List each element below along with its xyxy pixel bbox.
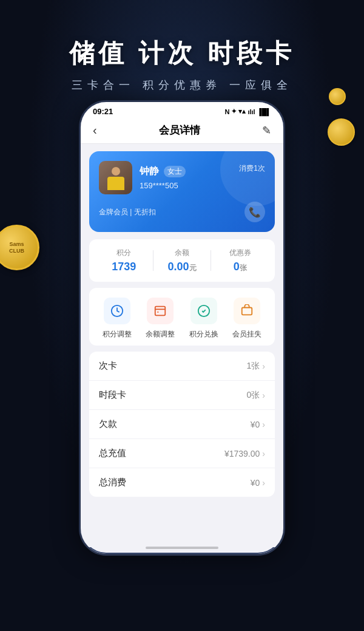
- member-level: 金牌会员 | 无折扣: [99, 207, 156, 217]
- status-bar: 09:21 N ✦ ▾▴ ılıl ▐█▌: [81, 102, 283, 118]
- back-button[interactable]: ‹: [93, 123, 97, 137]
- list-item-shiduan-label: 时段卡: [99, 389, 126, 401]
- list-item-debt[interactable]: 欠款 ¥0 ›: [89, 410, 275, 439]
- list-item-consume-value: ¥0: [251, 478, 260, 488]
- nav-bar: ‹ 会员详情 ✎: [81, 118, 283, 144]
- status-icons: N ✦ ▾▴ ılıl ▐█▌: [224, 107, 271, 115]
- list-item-recharge-value: ¥1739.00: [224, 449, 260, 459]
- list-item-debt-value: ¥0: [251, 420, 260, 429]
- list-item-cika-label: 次卡: [99, 360, 117, 372]
- member-phone: 159****505: [140, 181, 232, 190]
- member-name-row: 钟静 女士: [140, 165, 232, 178]
- list-item-shiduan-right: 0张 ›: [247, 390, 265, 401]
- stat-balance: 余额 0.00元: [153, 248, 211, 273]
- list-item-cika-value: 1张: [247, 361, 260, 372]
- hero-title: 储值 计次 时段卡: [0, 36, 364, 70]
- member-card-bottom: 金牌会员 | 无折扣 📞: [99, 202, 265, 222]
- chevron-icon: ›: [262, 361, 265, 371]
- member-card: 钟静 女士 159****505 消费1次 金牌会员 | 无折扣 📞: [89, 151, 275, 232]
- card-suspend-icon: [234, 298, 260, 324]
- coin-decoration-small: [329, 88, 346, 105]
- stat-coupon-unit: 张: [240, 264, 247, 272]
- chevron-icon-4: ›: [262, 449, 265, 459]
- balance-adjust-label: 余额调整: [146, 329, 175, 339]
- stat-balance-value: 0.00元: [153, 261, 211, 273]
- avatar-body: [107, 177, 124, 190]
- coin-decoration-right: [328, 118, 355, 146]
- member-gender: 女士: [164, 166, 186, 177]
- action-points-adjust[interactable]: 积分调整: [103, 298, 132, 339]
- list-item-debt-right: ¥0 ›: [251, 420, 265, 429]
- stat-coupon-value: 0张: [211, 261, 269, 273]
- stat-points: 积分 1739: [95, 248, 153, 273]
- bluetooth-icon: ✦: [231, 107, 237, 115]
- avatar: [99, 161, 132, 194]
- hero-subtitle: 三卡合一 积分优惠券 一应俱全: [0, 78, 364, 92]
- action-grid: 积分调整 余额调整 积分兑换: [89, 288, 275, 346]
- balance-adjust-icon: [147, 298, 174, 324]
- coin-sublabel: CLUB: [9, 248, 24, 254]
- edit-button[interactable]: ✎: [262, 124, 271, 137]
- page-title: 会员详情: [159, 123, 200, 137]
- coin-label: Sams: [9, 241, 24, 248]
- card-suspend-label: 会员挂失: [232, 329, 261, 339]
- nfc-icon: N: [224, 108, 229, 115]
- stat-coupon-label: 优惠券: [211, 248, 269, 258]
- svg-rect-5: [242, 308, 252, 315]
- action-points-redeem[interactable]: 积分兑换: [189, 298, 218, 339]
- svg-rect-1: [155, 307, 166, 316]
- points-redeem-label: 积分兑换: [189, 329, 218, 339]
- phone-content: 钟静 女士 159****505 消费1次 金牌会员 | 无折扣 📞 积分 17…: [81, 144, 283, 547]
- points-adjust-label: 积分调整: [103, 329, 132, 339]
- list-item-consume-right: ¥0 ›: [251, 478, 265, 488]
- phone-frame: 09:21 N ✦ ▾▴ ılıl ▐█▌ ‹ 会员详情 ✎: [79, 100, 285, 556]
- avatar-head: [112, 167, 120, 176]
- member-info: 钟静 女士 159****505: [140, 165, 232, 190]
- stat-points-value: 1739: [95, 261, 153, 273]
- signal-icon: ılıl: [248, 108, 255, 115]
- points-adjust-icon: [104, 298, 130, 324]
- list-item-consume[interactable]: 总消费 ¥0 ›: [89, 468, 275, 497]
- list-item-shiduan-value: 0张: [247, 390, 260, 401]
- battery-icon: ▐█▌: [257, 108, 271, 115]
- action-balance-adjust[interactable]: 余额调整: [146, 298, 175, 339]
- call-button[interactable]: 📞: [244, 202, 265, 222]
- wifi-icon: ▾▴: [238, 107, 246, 115]
- points-redeem-icon: [190, 298, 217, 324]
- list-item-recharge-label: 总充值: [99, 448, 126, 459]
- member-name: 钟静: [140, 165, 159, 178]
- chevron-icon-5: ›: [262, 478, 265, 488]
- stats-row: 积分 1739 余额 0.00元 优惠券 0张: [89, 239, 275, 282]
- member-consume: 消费1次: [239, 163, 265, 174]
- list-item-debt-label: 欠款: [99, 418, 117, 430]
- list-item-cika-right: 1张 ›: [247, 361, 265, 372]
- stat-points-label: 积分: [95, 248, 153, 258]
- stat-balance-label: 余额: [153, 248, 211, 258]
- list-item-recharge[interactable]: 总充值 ¥1739.00 ›: [89, 439, 275, 468]
- list-item-shiduan[interactable]: 时段卡 0张 ›: [89, 381, 275, 410]
- stat-balance-unit: 元: [189, 264, 197, 272]
- list-item-cika[interactable]: 次卡 1张 ›: [89, 352, 275, 381]
- action-card-suspend[interactable]: 会员挂失: [232, 298, 261, 339]
- list-item-recharge-right: ¥1739.00 ›: [224, 449, 265, 459]
- stat-coupon: 优惠券 0张: [211, 248, 269, 273]
- hero-section: 储值 计次 时段卡 三卡合一 积分优惠券 一应俱全: [0, 36, 364, 92]
- member-card-top: 钟静 女士 159****505 消费1次: [99, 161, 265, 194]
- chevron-icon-3: ›: [262, 420, 265, 429]
- home-indicator: [146, 547, 218, 549]
- status-time: 09:21: [93, 107, 113, 116]
- avatar-figure: [105, 167, 126, 194]
- list-item-consume-label: 总消费: [99, 477, 126, 488]
- list-section: 次卡 1张 › 时段卡 0张 › 欠款 ¥0 ›: [89, 352, 275, 497]
- chevron-icon-2: ›: [262, 391, 265, 400]
